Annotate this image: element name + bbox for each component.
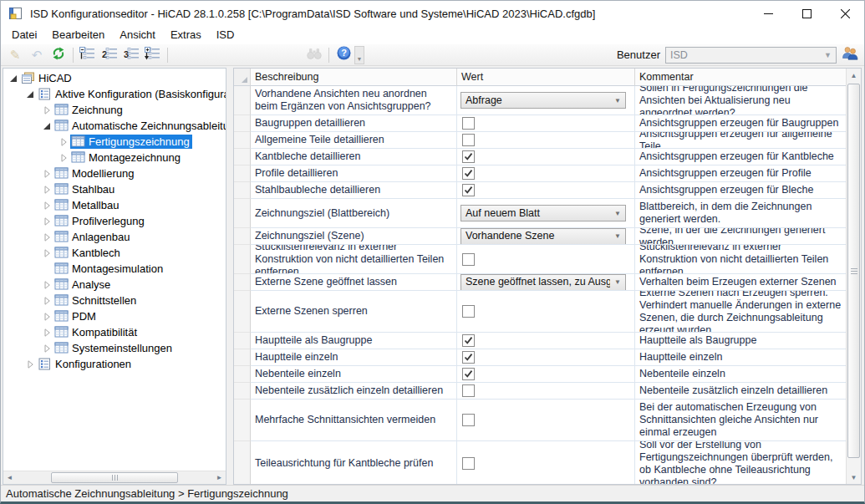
- help-button[interactable]: ?: [333, 46, 354, 64]
- tree-node-content[interactable]: Modellierung: [53, 166, 136, 181]
- grid-vertical-scrollbar[interactable]: ▲ ▼: [846, 69, 861, 484]
- tree-item-stahlbau[interactable]: Stahlbau: [3, 181, 226, 197]
- tree-item-automatische-zeichnungsableitung[interactable]: Automatische Zeichnungsableitung: [3, 118, 226, 134]
- tree-node-content[interactable]: Zeichnung: [53, 103, 125, 117]
- refresh-button[interactable]: [48, 46, 69, 64]
- tree-node-content[interactable]: Kantblech: [53, 246, 123, 260]
- value-dropdown[interactable]: Auf neuem Blatt▼: [460, 205, 626, 221]
- tree-item-konfigurationen[interactable]: Konfigurationen: [3, 356, 226, 372]
- expander-expanded-icon[interactable]: [8, 74, 18, 84]
- tree-node-content[interactable]: PDM: [53, 309, 99, 323]
- expander-collapsed-icon[interactable]: [42, 201, 52, 211]
- menu-item-datei[interactable]: Datei: [4, 26, 44, 44]
- tree-item-profilverlegung[interactable]: Profilverlegung: [3, 213, 226, 229]
- expand-level-3-button[interactable]: 3: [120, 46, 142, 64]
- close-button[interactable]: [826, 1, 864, 26]
- tree-item-metallbau[interactable]: Metallbau: [3, 197, 226, 213]
- value-checkbox[interactable]: [462, 384, 475, 397]
- expander-collapsed-icon[interactable]: [59, 153, 69, 163]
- maximize-button[interactable]: [787, 1, 826, 26]
- expander-collapsed-icon[interactable]: [42, 248, 52, 258]
- value-checkbox[interactable]: [462, 334, 475, 347]
- expander-collapsed-icon[interactable]: [42, 232, 52, 242]
- tree-item-schnittstellen[interactable]: Schnittstellen: [3, 293, 226, 308]
- menu-item-extras[interactable]: Extras: [163, 26, 209, 44]
- value-checkbox[interactable]: [462, 368, 475, 380]
- value-checkbox[interactable]: [462, 184, 475, 196]
- tree-item-systemeinstellungen[interactable]: Systemeinstellungen: [3, 340, 226, 356]
- expander-collapsed-icon[interactable]: [59, 137, 69, 147]
- expander-collapsed-icon[interactable]: [25, 359, 35, 369]
- column-header-beschreibung[interactable]: Beschreibung: [251, 69, 457, 86]
- expander-collapsed-icon[interactable]: [42, 344, 52, 354]
- scroll-left-arrow-icon[interactable]: ◄: [3, 471, 16, 484]
- column-header-wert[interactable]: Wert: [457, 69, 635, 86]
- expander-collapsed-icon[interactable]: [42, 185, 52, 195]
- tree-node-content[interactable]: Montagesimulation: [53, 262, 165, 276]
- value-dropdown[interactable]: Szene geöffnet lassen, zu Ausga▼: [460, 274, 626, 291]
- tree-node-content[interactable]: Systemeinstellungen: [53, 341, 175, 355]
- tree-item-fertigungszeichnung[interactable]: Fertigungszeichnung: [3, 134, 226, 150]
- value-checkbox[interactable]: [462, 305, 475, 318]
- expander-collapsed-icon[interactable]: [42, 312, 52, 322]
- tree-item-aktive-konfiguration-basiskonfiguration[interactable]: Aktive Konfiguration (Basiskonfiguration: [3, 86, 226, 102]
- tree-item-zeichnung[interactable]: Zeichnung: [3, 102, 226, 118]
- expander-collapsed-icon[interactable]: [42, 216, 52, 227]
- value-dropdown[interactable]: Abfrage▼: [460, 92, 626, 109]
- value-checkbox[interactable]: [462, 134, 475, 146]
- user-dropdown[interactable]: ISD ▼: [665, 47, 837, 64]
- tree-node-content[interactable]: HiCAD: [20, 71, 74, 85]
- expander-expanded-icon[interactable]: [25, 89, 35, 99]
- tree-node-content[interactable]: Aktive Konfiguration (Basiskonfiguration: [37, 87, 226, 101]
- tree-hscroll-track[interactable]: [16, 471, 213, 484]
- value-checkbox[interactable]: [462, 117, 475, 130]
- tree-node-content[interactable]: Stahlbau: [53, 182, 117, 196]
- expander-collapsed-icon[interactable]: [42, 169, 52, 179]
- tree-node-content[interactable]: Montagezeichnung: [70, 150, 183, 165]
- grid-vscroll-thumb[interactable]: [847, 84, 860, 458]
- menu-item-isd[interactable]: ISD: [209, 26, 242, 44]
- menu-item-ansicht[interactable]: Ansicht: [112, 26, 163, 44]
- tree-item-kantblech[interactable]: Kantblech: [3, 245, 226, 261]
- expander-collapsed-icon[interactable]: [42, 296, 52, 306]
- menu-item-bearbeiten[interactable]: Bearbeiten: [44, 26, 112, 44]
- tree-node-content[interactable]: Schnittstellen: [53, 293, 139, 308]
- value-dropdown[interactable]: Vorhandene Szene▼: [460, 228, 626, 245]
- expander-collapsed-icon[interactable]: [42, 328, 52, 338]
- scroll-down-arrow-icon[interactable]: ▼: [847, 471, 861, 484]
- tree-item-modellierung[interactable]: Modellierung: [3, 165, 226, 181]
- expander-expanded-icon[interactable]: [42, 121, 52, 131]
- tree-node-content[interactable]: Metallbau: [53, 198, 121, 212]
- tree-node-content[interactable]: Profilverlegung: [53, 214, 147, 228]
- value-checkbox[interactable]: [462, 253, 475, 266]
- value-checkbox[interactable]: [462, 457, 475, 470]
- panel-splitter[interactable]: [226, 67, 233, 486]
- value-checkbox[interactable]: [462, 150, 475, 163]
- scroll-right-arrow-icon[interactable]: ►: [213, 471, 226, 484]
- tree-item-kompatibilit-t[interactable]: Kompatibilität: [3, 324, 226, 340]
- collapse-tree-button[interactable]: [77, 46, 99, 64]
- expander-collapsed-icon[interactable]: [42, 280, 52, 290]
- column-header-kommentar[interactable]: Kommentar: [635, 69, 847, 86]
- tree-horizontal-scrollbar[interactable]: ◄ ►: [3, 471, 226, 484]
- tree-item-pdm[interactable]: PDM: [3, 308, 226, 324]
- value-checkbox[interactable]: [462, 414, 475, 426]
- tree-node-content[interactable]: Analyse: [53, 277, 113, 292]
- tree-hscroll-thumb[interactable]: [51, 472, 178, 483]
- minimize-button[interactable]: [749, 1, 787, 26]
- value-checkbox[interactable]: [462, 167, 475, 180]
- tree-node-content[interactable]: Automatische Zeichnungsableitung: [53, 119, 226, 133]
- tree-node-content[interactable]: Anlagenbau: [53, 230, 132, 244]
- tree-node-content[interactable]: Fertigungszeichnung: [70, 135, 192, 149]
- tree-item-montagesimulation[interactable]: Montagesimulation: [3, 261, 226, 277]
- tree-node-content[interactable]: Kompatibilität: [53, 325, 140, 339]
- scroll-up-arrow-icon[interactable]: ▲: [847, 69, 861, 82]
- tree-item-anlagenbau[interactable]: Anlagenbau: [3, 229, 226, 245]
- expand-level-2-button[interactable]: 2: [99, 46, 120, 64]
- tree-item-montagezeichnung[interactable]: Montagezeichnung: [3, 150, 226, 165]
- expand-tree-button[interactable]: [142, 46, 164, 64]
- expander-collapsed-icon[interactable]: [42, 105, 52, 115]
- tree-item-hicad[interactable]: HiCAD: [3, 70, 226, 86]
- manage-users-button[interactable]: [839, 46, 861, 64]
- value-checkbox[interactable]: [462, 351, 475, 364]
